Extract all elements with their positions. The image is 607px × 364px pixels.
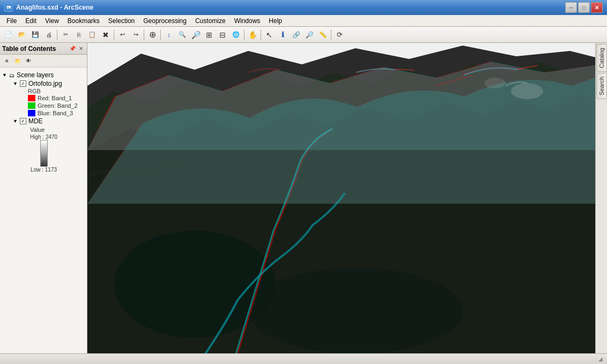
toc-list-visibility-button[interactable]: 👁: [24, 56, 33, 66]
window-title: Anaglifos.sxd - ArcScene: [16, 4, 93, 11]
toc-list-source-button[interactable]: 📁: [13, 56, 23, 66]
toolbar-sep-3: [144, 29, 144, 40]
mde-layer: ▼ MDE Value High : 2470: [2, 117, 85, 173]
mde-checkbox[interactable]: [20, 118, 26, 124]
toc-title: Table of Contents: [2, 45, 56, 53]
find-button[interactable]: 🔎: [303, 28, 316, 41]
zoom-in-button[interactable]: 🔍: [176, 28, 189, 41]
menu-selection[interactable]: Selection: [104, 16, 139, 26]
toc-group-scene-layers: ▼ 🗂 Scene layers ▼ Ortofoto.jpg RGB: [0, 70, 87, 174]
toc-content: ▼ 🗂 Scene layers ▼ Ortofoto.jpg RGB: [0, 68, 87, 353]
ortofoto-layer: ▼ Ortofoto.jpg RGB Red: Band_1: [2, 79, 85, 117]
ortofoto-layer-item[interactable]: ▼ Ortofoto.jpg: [11, 79, 85, 88]
save-button[interactable]: 💾: [29, 28, 42, 41]
hyperlink-button[interactable]: 🔗: [290, 28, 302, 41]
toc-close-button[interactable]: ✕: [77, 45, 85, 53]
mde-legend: Value High : 2470 Low : 1173: [11, 125, 85, 173]
red-band-color: [28, 95, 35, 101]
toolbar-sep-5: [244, 29, 245, 40]
app-icon: 🗺: [4, 3, 13, 12]
mde-layer-item[interactable]: ▼ MDE: [11, 117, 85, 125]
toolbar-sep-6: [261, 29, 261, 40]
toc-pin-button[interactable]: 📌: [69, 45, 76, 53]
toc-header: Table of Contents 📌 ✕: [0, 43, 87, 55]
resize-handle: ◢: [598, 356, 603, 362]
open-button[interactable]: 📂: [16, 28, 28, 41]
print-button[interactable]: 🖨: [42, 28, 55, 41]
catalog-tab[interactable]: Catalog: [596, 44, 607, 72]
identify-button[interactable]: ℹ: [276, 28, 289, 41]
menu-customize[interactable]: Customize: [191, 16, 230, 26]
add-data-button[interactable]: ⊕: [146, 28, 159, 41]
navigate-button[interactable]: ↕: [162, 28, 175, 41]
toolbar-sep-7: [331, 29, 331, 40]
cut-button[interactable]: ✂: [59, 28, 72, 41]
svg-point-9: [511, 83, 543, 99]
svg-point-10: [484, 78, 506, 88]
ortofoto-checkbox[interactable]: [20, 80, 26, 87]
ortofoto-band-green: Green: Band_2: [11, 102, 85, 109]
toolbar-sep-4: [160, 29, 161, 40]
ortofoto-expand-icon[interactable]: ▼: [13, 81, 18, 86]
copy-button[interactable]: ⎘: [72, 28, 85, 41]
menu-windows[interactable]: Windows: [230, 16, 265, 26]
zoom-out-button[interactable]: 🔎: [189, 28, 202, 41]
green-band-color: [28, 102, 35, 109]
pan-button[interactable]: ✋: [246, 28, 259, 41]
search-tab[interactable]: Search: [596, 73, 607, 99]
status-bar: ◢: [0, 353, 607, 364]
menu-edit[interactable]: Edit: [21, 16, 41, 26]
restore-button[interactable]: □: [578, 2, 590, 13]
ortofoto-band-red: Red: Band_1: [11, 94, 85, 102]
menu-file[interactable]: File: [2, 16, 21, 26]
toc-list-draw-order-button[interactable]: ≡: [2, 56, 12, 66]
rotate-3d-button[interactable]: ⟳: [333, 28, 346, 41]
mde-high-label: High : 2470: [30, 134, 57, 140]
toolbar: 📄 📂 💾 🖨 ✂ ⎘ 📋 ✖ ↩ ↪ ⊕ ↕ 🔍 🔎 ⊞ ⊟ 🌐 ✋ ↖ ℹ …: [0, 27, 607, 43]
mde-low-label: Low : 1173: [31, 167, 57, 173]
menu-bar: File Edit View Bookmarks Selection Geopr…: [0, 15, 607, 27]
new-button[interactable]: 📄: [2, 28, 15, 41]
toc-panel: Table of Contents 📌 ✕ ≡ 📁 👁 ▼ 🗂 Scene la…: [0, 43, 87, 353]
mde-legend-gradient: [40, 140, 48, 167]
menu-help[interactable]: Help: [264, 16, 286, 26]
minimize-button[interactable]: ─: [565, 2, 577, 13]
select-button[interactable]: ↖: [263, 28, 276, 41]
terrain-canvas: [87, 43, 595, 353]
title-bar: 🗺 Anaglifos.sxd - ArcScene ─ □ ✕: [0, 0, 607, 15]
scene-layers-header[interactable]: ▼ 🗂 Scene layers: [2, 71, 85, 79]
globe-button[interactable]: 🌐: [230, 28, 242, 41]
main-area: Table of Contents 📌 ✕ ≡ 📁 👁 ▼ 🗂 Scene la…: [0, 43, 607, 353]
close-button[interactable]: ✕: [591, 2, 603, 13]
ortofoto-label: Ortofoto.jpg: [28, 80, 62, 87]
title-bar-controls: ─ □ ✕: [565, 2, 603, 13]
toc-toolbar: ≡ 📁 👁: [0, 55, 87, 68]
mde-expand-icon[interactable]: ▼: [13, 118, 18, 124]
menu-bookmarks[interactable]: Bookmarks: [63, 16, 104, 26]
right-sidebar: Catalog Search: [595, 43, 607, 353]
map-area[interactable]: [87, 43, 595, 353]
svg-point-6: [248, 268, 463, 353]
delete-button[interactable]: ✖: [99, 28, 112, 41]
mde-legend-title: Value: [30, 125, 85, 134]
toc-header-controls: 📌 ✕: [69, 45, 85, 53]
redo-button[interactable]: ↪: [129, 28, 142, 41]
mde-legend-row: High : 2470 Low : 1173: [30, 134, 85, 173]
menu-geoprocessing[interactable]: Geoprocessing: [139, 16, 191, 26]
toolbar-sep-1: [57, 29, 57, 40]
toolbar-sep-2: [114, 29, 114, 40]
scene-layers-expand-icon[interactable]: ▼: [2, 72, 7, 78]
title-bar-left: 🗺 Anaglifos.sxd - ArcScene: [4, 3, 93, 12]
scene-layers-icon: 🗂: [9, 72, 14, 78]
mde-label: MDE: [28, 117, 43, 125]
paste-button[interactable]: 📋: [86, 28, 99, 41]
menu-view[interactable]: View: [41, 16, 63, 26]
scene-layers-label: Scene layers: [17, 71, 54, 79]
zoom-full-button[interactable]: ⊞: [203, 28, 216, 41]
measure-button[interactable]: 📏: [316, 28, 329, 41]
blue-band-color: [28, 110, 35, 116]
ortofoto-rgb-label: RGB: [11, 88, 85, 94]
ortofoto-band-blue: Blue: Band_3: [11, 109, 85, 117]
zoom-sel-button[interactable]: ⊟: [216, 28, 229, 41]
undo-button[interactable]: ↩: [116, 28, 129, 41]
